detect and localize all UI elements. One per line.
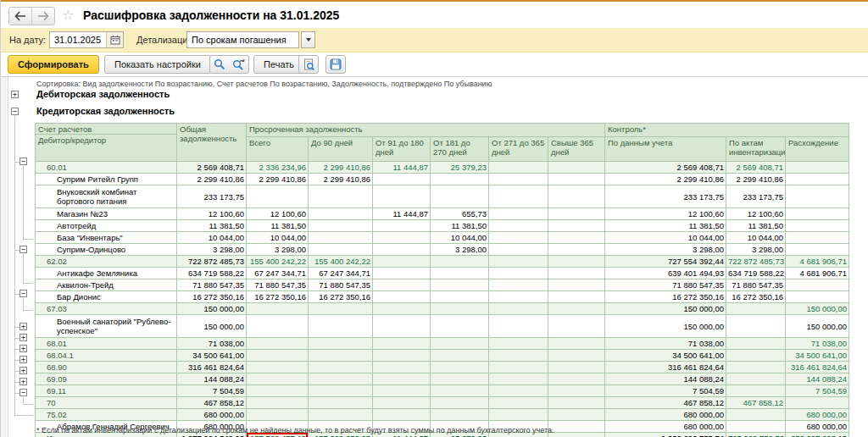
table-cell[interactable]: 67 247 344,71 xyxy=(309,268,373,279)
table-cell[interactable] xyxy=(247,373,309,385)
table-cell[interactable] xyxy=(548,291,605,303)
table-cell[interactable]: 3 298,00 xyxy=(247,244,309,256)
table-cell[interactable] xyxy=(431,362,489,373)
table-cell[interactable]: 680 000,00 xyxy=(786,421,849,433)
table-cell[interactable] xyxy=(548,208,605,220)
table-cell[interactable] xyxy=(726,350,786,362)
table-cell[interactable] xyxy=(309,373,373,385)
table-cell[interactable] xyxy=(548,397,605,409)
table-cell[interactable] xyxy=(489,291,548,303)
table-cell[interactable] xyxy=(548,350,605,362)
expand-box-60.01[interactable]: − xyxy=(19,158,27,165)
table-cell[interactable]: 10 044,00 xyxy=(726,232,786,244)
table-cell[interactable]: 2 569 408,71 xyxy=(726,162,786,174)
table-cell[interactable] xyxy=(309,397,373,409)
table-cell[interactable] xyxy=(548,162,605,174)
table-cell[interactable] xyxy=(786,162,849,174)
table-cell[interactable] xyxy=(309,409,373,421)
table-cell[interactable]: 725 909 752,56 xyxy=(726,433,786,437)
table-cell[interactable] xyxy=(548,385,605,397)
table-cell[interactable]: 1 082 606 755,74 xyxy=(605,433,726,437)
table-cell[interactable] xyxy=(431,291,489,303)
table-cell[interactable] xyxy=(726,421,786,433)
table-cell[interactable] xyxy=(247,315,309,338)
table-cell[interactable] xyxy=(489,338,548,350)
table-cell[interactable]: 356 697 003,18 xyxy=(786,433,849,437)
row-label-cell[interactable]: 75.02 xyxy=(36,409,177,421)
expand-box-debit[interactable]: + xyxy=(11,91,19,98)
table-cell[interactable]: 316 461 824,64 xyxy=(605,362,726,373)
table-cell[interactable]: 316 461 824,64 xyxy=(786,362,849,373)
generate-button[interactable]: Сформировать xyxy=(8,55,99,74)
table-cell[interactable]: 11 381,50 xyxy=(431,220,489,232)
table-cell[interactable] xyxy=(309,208,373,220)
table-cell[interactable] xyxy=(373,350,431,362)
table-cell[interactable]: 155 400 242,22 xyxy=(309,256,373,268)
table-cell[interactable] xyxy=(489,232,548,244)
table-cell[interactable] xyxy=(309,338,373,350)
table-cell[interactable]: 71 038,00 xyxy=(786,338,849,350)
table-cell[interactable] xyxy=(373,409,431,421)
table-cell[interactable] xyxy=(309,185,373,208)
table-cell[interactable]: 71 880 547,35 xyxy=(309,279,373,291)
table-cell[interactable]: 680 000,00 xyxy=(177,409,247,421)
table-cell[interactable]: 3 298,00 xyxy=(726,244,786,256)
row-label-cell[interactable]: Магазин №23 xyxy=(36,208,177,220)
table-cell[interactable] xyxy=(431,174,489,185)
detail-select[interactable]: По срокам погашения xyxy=(186,31,299,48)
table-cell[interactable]: 12 100,60 xyxy=(247,208,309,220)
table-cell[interactable]: 680 000,00 xyxy=(786,409,849,421)
table-cell[interactable] xyxy=(373,220,431,232)
table-cell[interactable] xyxy=(431,303,489,315)
table-cell[interactable] xyxy=(373,279,431,291)
table-cell[interactable]: 155 400 242,22 xyxy=(247,256,309,268)
table-cell[interactable] xyxy=(431,279,489,291)
table-cell[interactable] xyxy=(373,362,431,373)
row-label-cell[interactable]: Суприм-Одинцово xyxy=(36,244,177,256)
table-cell[interactable]: 71 038,00 xyxy=(177,338,247,350)
table-cell[interactable]: 11 381,50 xyxy=(726,220,786,232)
table-cell[interactable] xyxy=(548,433,605,437)
search-button[interactable] xyxy=(209,55,230,74)
table-cell[interactable] xyxy=(431,350,489,362)
table-cell[interactable]: 71 038,00 xyxy=(605,338,726,350)
table-cell[interactable]: 4 681 906,71 xyxy=(786,256,849,268)
table-cell[interactable]: 2 299 410,86 xyxy=(605,174,726,185)
table-cell[interactable]: 71 880 547,35 xyxy=(247,279,309,291)
table-cell[interactable] xyxy=(786,232,849,244)
table-cell[interactable] xyxy=(309,220,373,232)
table-cell[interactable] xyxy=(786,174,849,185)
table-cell[interactable] xyxy=(431,373,489,385)
table-cell[interactable] xyxy=(373,244,431,256)
table-cell[interactable] xyxy=(548,279,605,291)
table-cell[interactable] xyxy=(309,303,373,315)
table-cell[interactable] xyxy=(489,256,548,268)
table-cell[interactable]: 11 381,50 xyxy=(605,220,726,232)
table-cell[interactable] xyxy=(431,397,489,409)
favorite-star-icon[interactable]: ☆ xyxy=(62,8,74,23)
table-cell[interactable]: 316 461 824,64 xyxy=(177,362,247,373)
table-cell[interactable] xyxy=(309,232,373,244)
table-cell[interactable] xyxy=(489,385,548,397)
row-label-cell[interactable]: Антикафе Земляника xyxy=(36,268,177,279)
table-cell[interactable]: 11 444,87 xyxy=(373,162,431,174)
table-cell[interactable] xyxy=(548,220,605,232)
row-label-cell[interactable]: База "Инвентарь" xyxy=(36,232,177,244)
table-cell[interactable] xyxy=(373,291,431,303)
expand-box-68.01[interactable]: + xyxy=(19,323,27,330)
row-label-cell[interactable]: Аквилон-Трейд xyxy=(36,279,177,291)
table-cell[interactable] xyxy=(489,268,548,279)
table-cell[interactable]: 722 872 485,73 xyxy=(726,256,786,268)
table-cell[interactable]: 150 000,00 xyxy=(786,315,849,338)
expand-box-62.02[interactable]: − xyxy=(19,246,27,253)
row-label-cell[interactable]: 67.03 xyxy=(36,303,177,315)
table-cell[interactable]: 12 100,60 xyxy=(177,208,247,220)
table-cell[interactable] xyxy=(489,244,548,256)
table-cell[interactable]: 71 880 547,35 xyxy=(726,279,786,291)
table-cell[interactable] xyxy=(548,338,605,350)
table-cell[interactable] xyxy=(548,303,605,315)
table-cell[interactable] xyxy=(726,303,786,315)
table-cell[interactable] xyxy=(373,338,431,350)
table-cell[interactable] xyxy=(489,220,548,232)
table-cell[interactable]: 12 100,60 xyxy=(726,208,786,220)
